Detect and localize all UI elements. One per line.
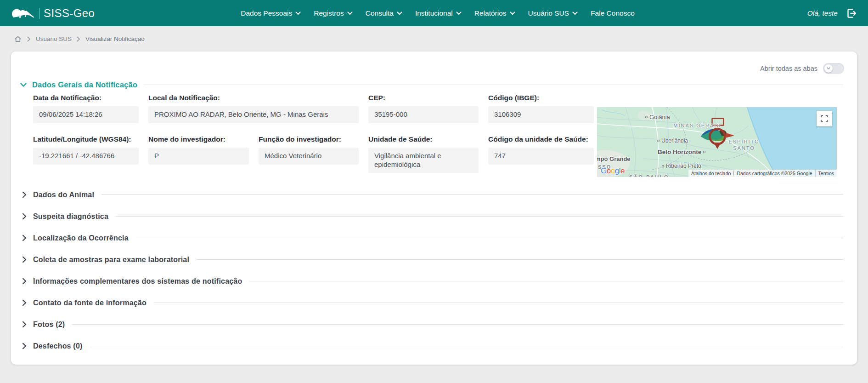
google-logo-letter: o [607, 166, 611, 175]
city-dot [703, 151, 705, 153]
map-canvas [597, 107, 837, 177]
section-title: Informações complementares dos sistemas … [33, 277, 242, 286]
open-all-tabs-label: Abrir todas as abas [760, 65, 817, 72]
map-label-espirito: ESPÍRITO [728, 139, 759, 144]
section-dados-gerais-header[interactable]: Dados Gerais da Notificação [20, 80, 843, 89]
section-toggle-row[interactable]: Localização da Ocorrência [22, 227, 843, 249]
open-all-tabs-toggle[interactable] [823, 63, 844, 74]
field-value: 09/06/2025 14:18:26 [33, 106, 139, 123]
navbar: SISS-Geo Dados Pessoais Registros Consul… [0, 0, 868, 26]
section-toggle-row[interactable]: Suspeita diagnóstica [22, 206, 843, 227]
section-title: Dados Gerais da Notificação [32, 80, 137, 89]
google-logo-letter: e [620, 166, 625, 175]
section-toggle-row[interactable]: Contato da fonte de informação [22, 292, 843, 314]
chevron-right-icon [22, 256, 27, 263]
city-dot [662, 165, 664, 167]
field-value: Médico Veterinário [259, 148, 359, 165]
section-toggle-row[interactable]: Desfechos (0) [22, 335, 843, 357]
logout-icon [845, 7, 857, 19]
chevron-right-icon [22, 299, 27, 306]
chevron-right-icon [77, 36, 80, 42]
section-toggle-row[interactable]: Coleta de amostras para exame laboratori… [22, 249, 843, 270]
field-funcao-investigador: Função do investigador: Médico Veterinár… [259, 135, 359, 173]
field-label: CEP: [368, 94, 479, 102]
nav-item-label: Institucional [415, 9, 453, 17]
nav-menu-item[interactable]: Consulta [366, 9, 402, 17]
map-label-goiania: Goiânia [645, 114, 670, 120]
field-codigo-ibge: Código (IBGE): 3106309 [488, 94, 594, 123]
field-label: Nome do investigador: [148, 135, 249, 143]
section-toggle-row[interactable]: Dados do Animal [22, 184, 843, 206]
chevron-right-icon [22, 321, 27, 328]
field-label: Função do investigador: [259, 135, 359, 143]
breadcrumb: Usuário SUS Visualizar Notificação [0, 26, 868, 51]
city-dot [645, 116, 648, 118]
chevron-right-icon [22, 191, 27, 198]
section-title: Fotos (2) [33, 320, 65, 329]
section-title: Desfechos (0) [33, 342, 83, 350]
chevron-down-icon [295, 11, 301, 15]
nav-menu-item[interactable]: Institucional [415, 9, 462, 17]
field-value: -19.221661 / -42.486766 [33, 148, 139, 165]
section-toggle-row[interactable]: Fotos (2) [22, 314, 843, 335]
user-greeting: Olá, teste [807, 9, 838, 17]
section-title: Coleta de amostras para exame laboratori… [33, 256, 189, 264]
field-value: 3106309 [488, 106, 594, 123]
chevron-right-icon [22, 343, 27, 349]
map-terms-link[interactable]: Termos [816, 170, 837, 177]
location-map[interactable]: Goiânia MINAS GERAIS Uberlândia Belo Hor… [597, 107, 837, 177]
brand-name: SISS-Geo [44, 7, 95, 20]
map-label-uberlandia: Uberlândia [657, 137, 688, 144]
field-latitude-longitude: Latitude/Longitude (WGS84): -19.221661 /… [33, 135, 139, 173]
chevron-right-icon [22, 278, 27, 285]
section-divider-line [90, 346, 843, 346]
map-fullscreen-button[interactable] [817, 111, 832, 126]
notification-form: Data da Notificação: 09/06/2025 14:18:26… [33, 94, 594, 173]
map-keyboard-shortcuts[interactable]: Atalhos do teclado [688, 170, 733, 177]
notification-card: Abrir todas as abas Dados Gerais da Noti… [11, 51, 857, 365]
nav-menu-item[interactable]: Dados Pessoais [241, 9, 301, 17]
field-value: 747 [488, 148, 594, 165]
field-value: Vigilância ambiental e epidemiológica [368, 148, 479, 173]
logout-button[interactable] [845, 7, 857, 19]
nav-item-label: Relatórios [474, 9, 507, 17]
map-label-campo-grande: mpo Grande [597, 155, 631, 162]
google-logo-letter: g [615, 166, 619, 175]
open-all-tabs-control: Abrir todas as abas [760, 63, 844, 74]
brand-separator [39, 8, 39, 19]
nav-menu-item[interactable]: Fale Conosco [591, 9, 635, 17]
section-toggle-row[interactable]: Informações complementares dos sistemas … [22, 270, 843, 292]
field-data-notificacao: Data da Notificação: 09/06/2025 14:18:26 [33, 94, 139, 123]
chevron-down-icon [572, 11, 578, 15]
field-cep: CEP: 35195-000 [368, 94, 479, 123]
brand[interactable]: SISS-Geo [11, 6, 95, 21]
nav-item-label: Usuário SUS [528, 9, 569, 17]
chevron-right-icon [22, 213, 27, 220]
nav-menu-item[interactable]: Registros [314, 9, 352, 17]
city-dot [657, 140, 659, 142]
field-label: Código (IBGE): [488, 94, 594, 102]
nav-menu-item[interactable]: Usuário SUS [528, 9, 578, 17]
map-label-santo: SANTO [733, 145, 755, 151]
field-codigo-unidade-saude: Código da unidade de Saúde: 747 [488, 135, 594, 173]
chevron-down-icon [20, 83, 27, 87]
google-logo-letter: G [601, 166, 607, 175]
chevron-down-icon [510, 11, 515, 15]
fullscreen-icon [820, 114, 829, 123]
google-logo[interactable]: Google [601, 166, 625, 176]
nav-item-label: Dados Pessoais [241, 9, 292, 17]
google-logo-letter: o [611, 166, 615, 175]
breadcrumb-usuario-sus[interactable]: Usuário SUS [36, 35, 72, 42]
nav-menu-item[interactable]: Relatórios [474, 9, 515, 17]
main-nav: Dados Pessoais Registros Consulta [241, 9, 635, 17]
toggle-knob [824, 64, 833, 73]
section-divider-line [136, 238, 843, 238]
section-title: Contato da fonte de informação [33, 299, 147, 307]
map-label-ribeirao-preto: Ribeirão Preto [662, 163, 701, 169]
map-attribution: Atalhos do teclado Dados cartográficos ©… [688, 170, 837, 177]
chevron-right-icon [27, 36, 31, 42]
field-value: PROXIMO AO RADAR, Belo Oriente, MG - Min… [148, 106, 359, 123]
field-unidade-saude: Unidade de Saúde: Vigilância ambiental e… [368, 135, 479, 173]
anteater-logo-icon [11, 6, 36, 21]
home-icon[interactable] [14, 35, 22, 43]
